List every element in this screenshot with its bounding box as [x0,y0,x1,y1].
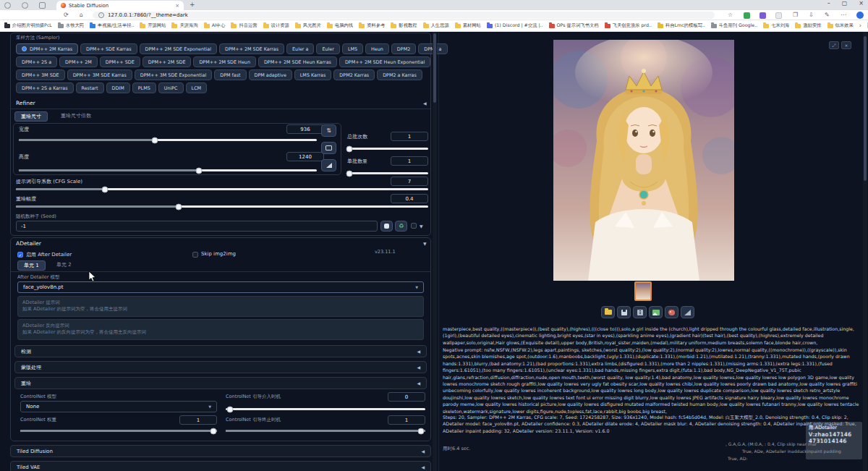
bookmark-item[interactable]: 风光图片 [295,22,321,29]
height-slider[interactable] [19,169,317,171]
batch-size-input[interactable]: 1 [391,156,428,166]
collections-icon[interactable]: ⇩ [809,12,814,19]
tab-close-icon[interactable]: × [175,3,179,9]
seed-dropdown-icon[interactable]: ▼ [420,224,423,229]
mask-processing-accordion[interactable]: 蒙版处理◀ [14,361,427,373]
new-tab-button[interactable]: + [190,1,195,8]
sampler-option-dpm-adaptive[interactable]: DPM adaptive [249,69,292,80]
gallery-thumbnail[interactable] [634,281,652,301]
tiled-diffusion-accordion[interactable]: Tiled Diffusion◀ [10,445,431,457]
open-folder-button[interactable] [601,306,615,318]
sampler-option-heun[interactable]: Heun [365,43,389,54]
sampler-option-dpm-2m-sde-exponential[interactable]: DPM++ 2M SDE Exponential [140,43,217,54]
refiner-accordion[interactable]: Refiner [16,100,35,106]
browser-tab[interactable]: Stable Diffusion × [56,1,184,10]
bookmarks-overflow-chevron[interactable]: › [859,22,861,29]
tab-actions-icon[interactable] [39,2,46,9]
tab-refresh-icon[interactable] [22,2,28,9]
tab-adetailer-unit2[interactable]: 单元 2 [51,260,77,271]
adetailer-model-dropdown[interactable]: face_yolov8n.pt ▼ [17,281,424,293]
sampler-option-unipc[interactable]: UniPC [158,82,184,93]
save-zip-button[interactable] [633,306,647,318]
sampler-option-lms-karras[interactable]: LMS Karras [294,69,332,80]
bookmark-item[interactable]: 资料参考 [359,22,385,29]
sampler-option-euler-a[interactable]: Euler a [286,43,314,54]
refiner-collapse-icon[interactable]: ◀ [423,101,427,106]
enable-adetailer-checkbox[interactable]: ✓ [17,252,23,258]
sampler-option-dpm-2m-sde-heun[interactable]: DPM++ 2M SDE Heun [193,56,256,67]
sampler-option-dpm-2m-sde-heun-karras[interactable]: DPM++ 2M SDE Heun Karras [258,56,337,67]
sampler-option-dpm-fast[interactable]: DPM fast [214,69,246,80]
bookmark-item[interactable]: OPs 提示词飞书文档 [549,22,599,29]
detect-size-button[interactable] [321,159,336,171]
bookmark-item[interactable]: 七米刘海 [763,22,789,29]
gallery-close-button[interactable]: × [841,41,851,49]
controlnet-start-slider[interactable] [226,408,425,410]
controlnet-end-input[interactable]: 1 [388,415,425,425]
random-seed-button[interactable] [380,221,393,232]
sampler-option-dpm-2s-a[interactable]: DPM++ 2S a [16,56,57,67]
bookmark-item[interactable]: 电脑内线 [327,22,353,29]
width-slider[interactable] [19,139,317,141]
denoise-slider[interactable] [16,205,428,208]
generated-image[interactable] [553,40,734,281]
sampler-option-dpm-2s-a-karras[interactable]: DPM++ 2S a Karras [16,82,74,93]
swap-dimensions-button[interactable]: ⇅ [321,124,336,137]
favorite-star-icon[interactable]: ☆ [728,12,733,19]
batch-count-knob[interactable] [346,145,353,152]
reuse-seed-button[interactable]: ♻ [395,221,407,232]
bookmark-item[interactable]: 科自Lmc的模板写.. [658,22,705,29]
bookmark-item[interactable]: AI中心 [204,22,226,29]
adetailer-collapse-icon[interactable]: ▼ [423,241,427,246]
bookmark-item[interactable]: 素材网站 [455,22,481,29]
save-image-button[interactable] [617,306,631,318]
sampler-option-dpm-3m-sde[interactable]: DPM++ 3M SDE [16,69,65,80]
height-slider-knob[interactable] [196,167,203,174]
refresh-icon[interactable]: ⟳ [64,12,69,19]
extension-icon-green[interactable] [744,12,750,19]
controlnet-weight-knob[interactable] [210,428,216,434]
sampler-option-dpm-2m[interactable]: DPM++ 2M [59,56,98,67]
denoise-slider-knob[interactable] [176,203,182,210]
controlnet-end-knob[interactable] [418,428,425,434]
extension-icon-gray[interactable] [775,12,782,19]
sampler-option-euler[interactable]: Euler [316,43,339,54]
sampler-option-dpm-2m-sde-karras[interactable]: DPM++ 2M SDE Karras [219,43,284,54]
batch-size-slider[interactable] [347,172,428,174]
bookmark-item[interactable]: 开源网站 [140,22,166,29]
split-screen-icon[interactable]: ❐ [793,12,798,19]
sampler-option-dpm-3m-sde-karras[interactable]: DPM++ 3M SDE Karras [67,69,132,80]
bookmark-item[interactable]: 丰视频/生活半径.. [90,22,134,29]
cfg-slider[interactable] [16,188,428,190]
sampler-option-dpm-2m-karras[interactable]: DPM++ 2M Karras [16,43,78,54]
batch-count-input[interactable]: 1 [391,132,428,141]
site-info-icon[interactable]: i [98,12,104,18]
bookmark-item[interactable]: 飞天创意浪乐 prd.. [605,22,652,29]
send-to-inpaint-button[interactable] [665,306,678,318]
bookmark-item[interactable]: 斗鱼期刊 Google.. [711,22,757,29]
detection-accordion[interactable]: 检测◀ [14,345,427,357]
width-input[interactable]: 936 [286,124,324,134]
window-maximize-button[interactable]: ▢ [842,0,848,7]
controlnet-start-input[interactable]: 0 [388,392,425,402]
sampler-option-dpm-3m-sde-exponential[interactable]: DPM++ 3M SDE Exponential [135,69,212,80]
sampler-option-plms[interactable]: PLMS [132,82,156,93]
bookmark-item[interactable]: 介绍图片明拍摄PcL [4,22,52,29]
extension-icon-purple[interactable] [760,12,766,19]
more-menu-icon[interactable]: ⋯ [841,12,846,19]
gallery-expand-button[interactable]: ⤢ [829,41,839,49]
right-panel-scrollbar[interactable] [863,32,867,471]
controlnet-end-slider[interactable] [226,430,425,432]
adetailer-negative-textarea[interactable]: ADetailer 反向提示词 如果 ADetailer 的反向提示词为空，将会… [17,319,424,340]
controlnet-start-knob[interactable] [226,406,233,412]
sampler-option-dpm2[interactable]: DPM2 [391,43,416,54]
resize-mode-button[interactable] [321,142,336,154]
address-bar[interactable]: i 127.0.0.1:7860/?__theme=dark [93,12,715,19]
bookmark-item[interactable]: 激励安排 [795,22,821,29]
bookmark-item[interactable]: 影视教程 [391,22,417,29]
bookmark-item[interactable]: 水牧大药 [58,22,84,29]
bookmark-item[interactable]: (1) Discord | #交流 |.. [487,22,543,29]
browser-avatar[interactable] [856,12,864,19]
cfg-slider-knob[interactable] [101,186,108,192]
share-icon[interactable]: ✎ [825,12,830,19]
